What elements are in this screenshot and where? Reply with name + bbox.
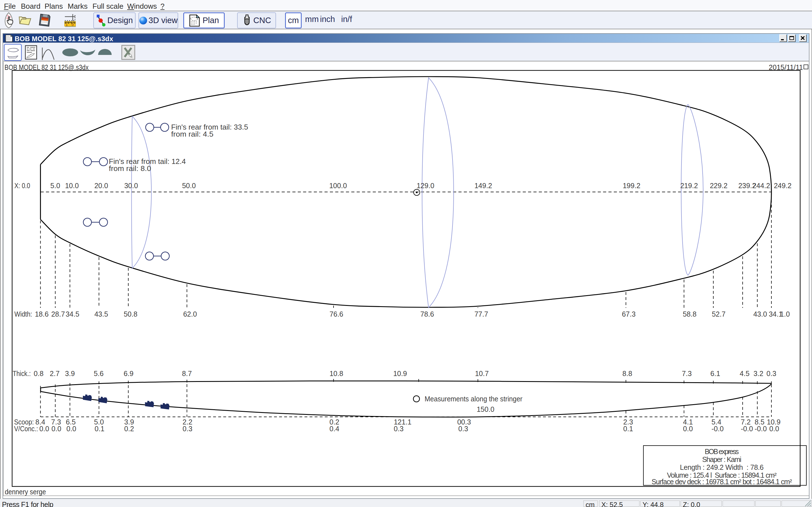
svg-text:1: 1 xyxy=(66,22,68,27)
svg-text:0: 0 xyxy=(71,22,73,27)
